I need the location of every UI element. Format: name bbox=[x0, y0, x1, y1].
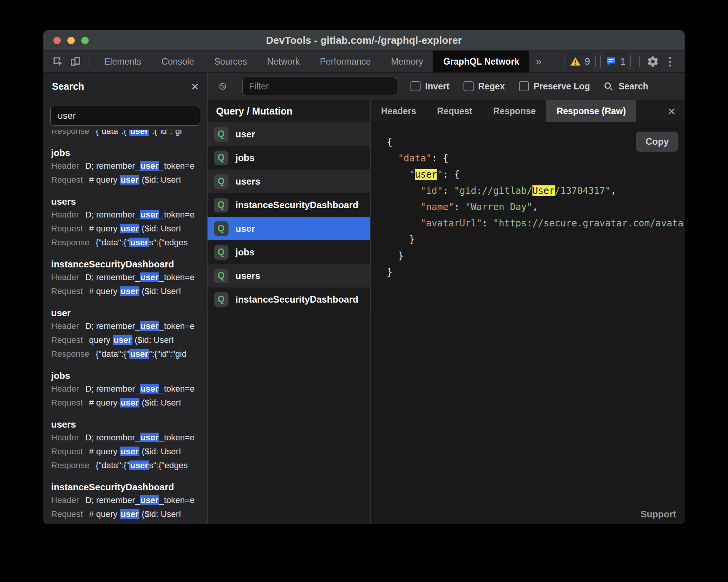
result-line-label: Response bbox=[51, 347, 89, 361]
minimize-window-button[interactable] bbox=[67, 37, 75, 44]
checkbox-preserve-log[interactable]: Preserve Log bbox=[519, 81, 590, 92]
warning-icon bbox=[570, 56, 581, 67]
result-line-text: # query user ($id: UserI bbox=[89, 173, 181, 187]
query-list-item[interactable]: QinstanceSecurityDashboard bbox=[208, 288, 370, 311]
kebab-menu-icon[interactable] bbox=[661, 53, 678, 70]
search-result-line[interactable]: Request# query user ($id: UserI bbox=[51, 284, 199, 298]
checkbox-label: Preserve Log bbox=[534, 81, 590, 92]
query-name: instanceSecurityDashboard bbox=[235, 294, 358, 305]
search-result-line[interactable]: Request# query user ($id: UserI bbox=[51, 396, 199, 410]
query-name: user bbox=[235, 223, 255, 234]
checkbox-regex[interactable]: Regex bbox=[464, 81, 505, 92]
search-result-title[interactable]: jobs bbox=[51, 370, 199, 382]
detail-tab-response[interactable]: Response bbox=[483, 100, 546, 122]
search-result-line[interactable]: Requestquery user ($id: UserI bbox=[51, 333, 199, 347]
search-result-line[interactable]: Request# query user ($id: UserI bbox=[51, 507, 199, 521]
inspect-element-icon[interactable] bbox=[49, 53, 67, 70]
search-toggle-label: Search bbox=[618, 81, 648, 92]
result-line-text: D; remember_user_token=e bbox=[85, 493, 194, 507]
query-type-icon: Q bbox=[214, 127, 228, 142]
search-icon bbox=[603, 81, 614, 92]
detail-tab-response-raw[interactable]: Response (Raw) bbox=[546, 100, 636, 122]
device-toolbar-icon[interactable] bbox=[67, 53, 84, 70]
tab-console[interactable]: Console bbox=[151, 51, 204, 72]
tab-elements[interactable]: Elements bbox=[94, 51, 151, 72]
query-name: user bbox=[235, 129, 255, 140]
search-result-line[interactable]: Response{"data":{"users":{"edges bbox=[51, 236, 199, 250]
tab-network[interactable]: Network bbox=[257, 51, 310, 72]
query-type-icon: Q bbox=[214, 198, 228, 212]
query-type-icon: Q bbox=[214, 221, 228, 236]
close-detail-panel-icon[interactable]: × bbox=[658, 100, 685, 122]
search-toggle[interactable]: Search bbox=[603, 81, 648, 92]
zoom-window-button[interactable] bbox=[81, 37, 89, 44]
query-list-item[interactable]: QinstanceSecurityDashboard bbox=[208, 193, 370, 217]
search-result-line[interactable]: Request# query user ($id: UserI bbox=[51, 222, 199, 236]
query-type-icon: Q bbox=[214, 174, 228, 189]
warnings-badge[interactable]: 9 bbox=[565, 54, 595, 69]
checkbox-label: Regex bbox=[478, 81, 505, 92]
search-result-line[interactable]: Response{"data":{"user":{"id":"gid bbox=[51, 347, 199, 361]
detail-tab-headers[interactable]: Headers bbox=[371, 100, 427, 122]
copy-button[interactable]: Copy bbox=[636, 132, 678, 152]
search-result-line[interactable]: HeaderD; remember_user_token=e bbox=[51, 159, 199, 173]
result-line-text: query user ($id: UserI bbox=[89, 333, 174, 347]
search-result-title[interactable]: users bbox=[51, 418, 199, 431]
search-result-line[interactable]: HeaderD; remember_user_token=e bbox=[51, 382, 199, 396]
result-line-label: Request bbox=[51, 284, 83, 298]
json-line: } bbox=[387, 264, 685, 280]
detail-tabs-row: HeadersRequestResponseResponse (Raw) × bbox=[371, 100, 685, 122]
search-result-line[interactable]: HeaderD; remember_user_token=e bbox=[51, 493, 199, 507]
tab-performance[interactable]: Performance bbox=[310, 51, 381, 72]
search-input[interactable] bbox=[50, 106, 200, 126]
result-line-text: # query user ($id: UserI bbox=[89, 284, 181, 298]
query-list-item[interactable]: Quser bbox=[208, 217, 370, 240]
search-result-title[interactable]: instanceSecurityDashboard bbox=[51, 481, 199, 493]
clear-requests-icon[interactable] bbox=[216, 78, 229, 94]
result-line-label: Header bbox=[51, 319, 79, 333]
tab-sources[interactable]: Sources bbox=[204, 51, 257, 72]
search-result-line[interactable]: Response{"data":{"users":{"edges bbox=[51, 459, 199, 472]
traffic-lights bbox=[53, 30, 89, 50]
filter-input[interactable] bbox=[242, 77, 397, 96]
query-list-item[interactable]: Quser bbox=[208, 122, 370, 146]
more-tabs-icon[interactable]: » bbox=[529, 55, 548, 68]
checkbox-box-icon bbox=[519, 81, 529, 91]
search-result-title[interactable]: user bbox=[51, 307, 199, 319]
search-result-line[interactable]: HeaderD; remember_user_token=e bbox=[51, 319, 199, 333]
json-line: } bbox=[387, 248, 685, 264]
result-line-label: Response bbox=[51, 130, 89, 138]
query-list-item[interactable]: Qjobs bbox=[208, 240, 370, 264]
checkbox-invert[interactable]: Invert bbox=[410, 81, 450, 92]
close-window-button[interactable] bbox=[53, 37, 61, 44]
query-list-item[interactable]: Qusers bbox=[208, 264, 370, 288]
search-result-title[interactable]: users bbox=[51, 195, 199, 208]
tab-memory[interactable]: Memory bbox=[381, 51, 433, 72]
close-search-panel-icon[interactable]: × bbox=[191, 80, 199, 93]
search-result-line[interactable]: Request# query user ($id: UserI bbox=[51, 173, 199, 187]
search-result-line[interactable]: HeaderD; remember_user_token=e bbox=[51, 431, 199, 445]
result-line-text: {"data":{"users":{"edges bbox=[96, 459, 188, 472]
checkbox-label: Invert bbox=[425, 81, 450, 92]
search-result-line[interactable]: Response{"data":{"user":{"id":"gi bbox=[51, 130, 199, 138]
search-result-line[interactable]: Request# query user ($id: UserI bbox=[51, 445, 199, 459]
support-link[interactable]: Support bbox=[640, 509, 676, 520]
result-line-text: D; remember_user_token=e bbox=[85, 319, 194, 333]
search-result-title[interactable]: instanceSecurityDashboard bbox=[51, 258, 199, 270]
detail-tab-request[interactable]: Request bbox=[427, 100, 483, 122]
tab-graphql-network[interactable]: GraphQL Network bbox=[433, 51, 529, 72]
result-line-text: # query user ($id: UserI bbox=[89, 445, 181, 459]
result-line-text: D; remember_user_token=e bbox=[85, 431, 194, 445]
search-result-title[interactable]: jobs bbox=[51, 147, 199, 159]
result-line-label: Request bbox=[51, 396, 83, 410]
messages-badge[interactable]: 1 bbox=[600, 54, 631, 69]
search-result-line[interactable]: HeaderD; remember_user_token=e bbox=[51, 208, 199, 222]
settings-gear-icon[interactable] bbox=[644, 53, 661, 70]
query-list-item[interactable]: Qusers bbox=[208, 169, 370, 193]
result-line-label: Header bbox=[51, 493, 79, 507]
result-line-label: Header bbox=[51, 270, 79, 284]
query-list: QuserQjobsQusersQinstanceSecurityDashboa… bbox=[208, 122, 370, 524]
search-result-line[interactable]: HeaderD; remember_user_token=e bbox=[51, 270, 199, 284]
graphql-network-panel: InvertRegexPreserve Log Search Query / M… bbox=[208, 73, 685, 524]
query-list-item[interactable]: Qjobs bbox=[208, 146, 370, 169]
